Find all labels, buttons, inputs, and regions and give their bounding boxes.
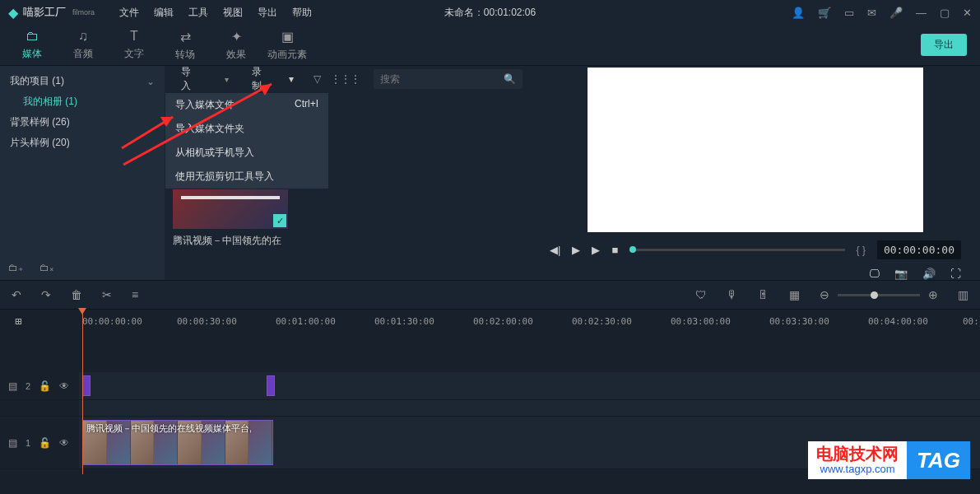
tab-media[interactable]: 🗀媒体 <box>7 29 58 61</box>
track-2-body[interactable] <box>79 372 980 399</box>
video-clip[interactable]: 腾讯视频－中国领先的在线视频媒体平台, <box>82 420 273 465</box>
title-actions: 👤 🛒 ▭ ✉ 🎤 — ▢ ✕ <box>792 7 972 19</box>
ruler-label: 00:01:00:00 <box>276 316 336 327</box>
new-folder-icon[interactable]: 🗀₊ <box>8 262 23 273</box>
sidebar-my-album[interactable]: 我的相册 (1) <box>0 91 165 112</box>
close-icon[interactable]: ✕ <box>963 7 972 19</box>
mail-icon[interactable]: ✉ <box>867 7 876 19</box>
menu-export[interactable]: 导出 <box>258 6 277 20</box>
sidebar-bg-samples[interactable]: 背景样例 (26) <box>0 112 165 133</box>
cut-icon[interactable]: ✂ <box>102 288 112 301</box>
search-box[interactable]: 🔍 <box>374 69 523 89</box>
play2-icon[interactable]: ▶ <box>592 244 600 256</box>
import-menu-file-label: 导入媒体文件 <box>175 98 235 112</box>
track-2-number: 2 <box>26 381 30 391</box>
voiceover-icon[interactable]: 🎙 <box>727 288 738 301</box>
sidebar-intro-samples[interactable]: 片头样例 (20) <box>0 133 165 153</box>
preview-extras: 🖵 📷 🔊 ⛶ <box>550 268 961 280</box>
add-track-icon[interactable]: ⊞ <box>15 315 21 328</box>
progress-bar[interactable] <box>629 249 844 251</box>
import-menu-folder[interactable]: 导入媒体文件夹 <box>165 117 328 141</box>
zoom-in-icon[interactable]: ⊕ <box>928 288 938 301</box>
fullscreen-icon[interactable]: ⛶ <box>950 268 961 280</box>
watermark: 电脑技术网 www.tagxp.com TAG <box>808 441 970 479</box>
mixer-icon[interactable]: 🎚 <box>758 288 769 301</box>
mic-icon[interactable]: 🎤 <box>889 7 903 19</box>
stop-icon[interactable]: ■ <box>611 244 618 256</box>
media-thumb-caption: 腾讯视频－中国领先的在 <box>173 229 288 248</box>
mark-braces[interactable]: { } <box>857 245 866 256</box>
play-icon[interactable]: ▶ <box>572 244 580 256</box>
ruler-label: 00:01:30:00 <box>374 316 434 327</box>
watermark-text: 电脑技术网 www.tagxp.com <box>808 441 907 479</box>
maximize-icon[interactable]: ▢ <box>940 7 950 19</box>
tab-anim[interactable]: ▣动画元素 <box>262 29 313 62</box>
progress-handle[interactable] <box>629 246 636 253</box>
tab-text-label: 文字 <box>124 47 144 61</box>
fit-icon[interactable]: ▥ <box>958 288 968 301</box>
save-icon[interactable]: ▭ <box>844 7 854 19</box>
menu-edit[interactable]: 编辑 <box>154 6 174 20</box>
snapshot-icon[interactable]: 📷 <box>894 268 908 280</box>
lock-icon[interactable]: 🔓 <box>39 380 51 392</box>
app-name: 喵影工厂 <box>23 5 66 20</box>
chevron-down-icon: ▾ <box>289 73 294 85</box>
minimize-icon[interactable]: — <box>916 7 927 19</box>
grid-icon[interactable]: ⋮⋮⋮ <box>331 73 360 85</box>
delete-folder-icon[interactable]: 🗀ₓ <box>39 262 53 273</box>
lock-icon[interactable]: 🔓 <box>39 437 51 449</box>
category-tabs: 🗀媒体 ♫音频 T文字 ⇄转场 ✦效果 ▣动画元素 导出 <box>0 25 980 66</box>
cart-icon[interactable]: 🛒 <box>818 7 831 19</box>
menu-file[interactable]: 文件 <box>119 6 139 20</box>
filter-icon[interactable]: ▽ <box>314 73 321 85</box>
delete-icon[interactable]: 🗑 <box>71 288 82 301</box>
menu-tools[interactable]: 工具 <box>188 6 208 20</box>
track-1-number: 1 <box>26 438 30 448</box>
ruler-label: 00:04:00:00 <box>868 316 928 327</box>
tab-effects[interactable]: ✦效果 <box>211 29 262 62</box>
volume-icon[interactable]: 🔊 <box>922 268 936 280</box>
record-dropdown[interactable]: 录制 ▾ <box>244 65 302 93</box>
import-menu-file[interactable]: 导入媒体文件 Ctrl+I <box>165 93 328 117</box>
menu-view[interactable]: 视图 <box>223 6 243 20</box>
track-gap2-body <box>79 400 980 416</box>
import-menu-camera[interactable]: 从相机或手机导入 <box>165 141 328 165</box>
clip-marker-start[interactable] <box>82 375 91 396</box>
menu-help[interactable]: 帮助 <box>292 6 312 20</box>
import-menu-folder-label: 导入媒体文件夹 <box>175 122 244 136</box>
ruler-label: 00:02:00:00 <box>473 316 533 327</box>
export-button[interactable]: 导出 <box>921 34 967 56</box>
undo-icon[interactable]: ↶ <box>12 288 21 301</box>
playhead[interactable] <box>82 310 83 474</box>
user-icon[interactable]: 👤 <box>792 7 805 19</box>
import-menu-camera-label: 从相机或手机导入 <box>175 146 254 160</box>
import-dropdown[interactable]: 导入 ▾ <box>173 65 237 93</box>
tab-transition[interactable]: ⇄转场 <box>160 29 211 62</box>
display-icon[interactable]: 🖵 <box>869 268 880 280</box>
sidebar-my-project[interactable]: 我的项目 (1) ⌄ <box>0 71 165 91</box>
render-icon[interactable]: ▦ <box>789 288 800 301</box>
adjust-icon[interactable]: ≡ <box>132 288 138 301</box>
time-ruler[interactable]: ⊞ 00:00:00:00 00:00:30:00 00:01:00:00 00… <box>0 310 980 333</box>
tab-text[interactable]: T文字 <box>109 29 160 61</box>
zoom-out-icon[interactable]: ⊖ <box>820 288 829 301</box>
zoom-handle[interactable] <box>871 291 878 299</box>
ruler-label: 00:03:00:00 <box>671 316 731 327</box>
prev-icon[interactable]: ◀| <box>550 244 560 256</box>
import-menu-file-accel: Ctrl+I <box>295 98 318 112</box>
eye-icon[interactable]: 👁 <box>59 437 69 449</box>
clip-marker-end[interactable] <box>267 375 275 396</box>
media-panel: 导入 ▾ 录制 ▾ ▽ ⋮⋮⋮ 🔍 导入媒体文件 Ctrl+I <box>165 66 531 280</box>
search-input[interactable] <box>380 73 504 85</box>
search-icon[interactable]: 🔍 <box>504 73 516 85</box>
shield-icon[interactable]: 🛡 <box>695 288 707 301</box>
zoom-slider[interactable] <box>838 294 920 296</box>
eye-icon[interactable]: 👁 <box>59 380 69 392</box>
redo-icon[interactable]: ↷ <box>41 288 51 301</box>
watermark-tag: TAG <box>907 441 970 479</box>
anim-icon: ▣ <box>281 29 294 44</box>
import-menu-lossless[interactable]: 使用无损剪切工具导入 <box>165 165 328 189</box>
logo-icon: ◆ <box>8 5 18 21</box>
tab-effects-label: 效果 <box>226 48 246 62</box>
tab-audio[interactable]: ♫音频 <box>58 29 109 61</box>
